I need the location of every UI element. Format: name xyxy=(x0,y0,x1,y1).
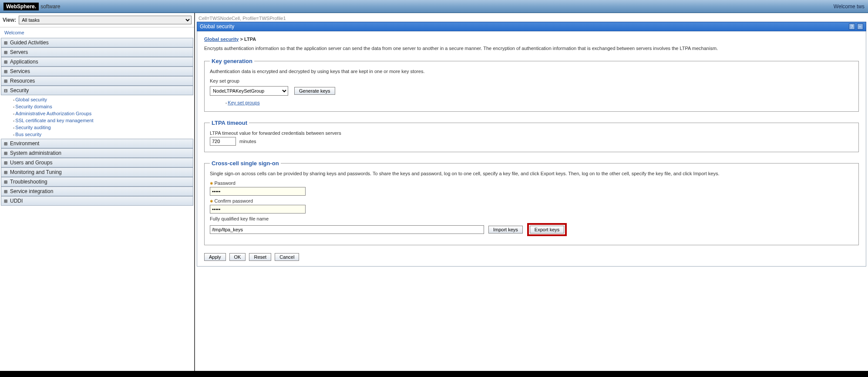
page-description: Encrypts authentication information so t… xyxy=(204,45,859,52)
expand-icon: ⊞ xyxy=(4,50,8,55)
nav-section-troubleshooting[interactable]: ⊞Troubleshooting xyxy=(1,177,193,187)
nav-section-label: Monitoring and Tuning xyxy=(10,169,62,175)
navigation-panel: View: All tasks Welcome ⊞Guided Activiti… xyxy=(0,13,195,371)
timeout-label: LTPA timeout value for forwarded credent… xyxy=(210,130,853,136)
nav-section-security[interactable]: ⊟Security xyxy=(1,86,193,95)
password-label: Password xyxy=(210,180,853,186)
import-keys-button[interactable]: Import keys xyxy=(488,226,523,234)
logo-sub: software xyxy=(40,3,60,10)
sso-section: Cross-cell single sign-on Single sign-on… xyxy=(204,160,859,245)
keygen-section: Key generation Authentication data is en… xyxy=(204,58,859,112)
nav-section-monitoring-and-tuning[interactable]: ⊞Monitoring and Tuning xyxy=(1,167,193,177)
bottom-bar xyxy=(0,371,868,377)
nav-section-label: Users and Groups xyxy=(10,160,52,166)
expand-icon: ⊞ xyxy=(4,141,8,146)
breadcrumb: Global security > LTPA xyxy=(204,37,859,42)
keygen-text: Authentication data is encrypted and dec… xyxy=(210,69,853,74)
sso-legend: Cross-cell single sign-on xyxy=(210,160,281,167)
nav-section-label: Services xyxy=(10,68,30,74)
minimize-icon[interactable]: − xyxy=(857,23,863,30)
nav-section-users-and-groups[interactable]: ⊞Users and Groups xyxy=(1,158,193,167)
nav-welcome-link[interactable]: Welcome xyxy=(0,27,194,38)
nav-section-label: Servers xyxy=(10,49,28,55)
expand-icon: ⊞ xyxy=(4,180,8,184)
expand-icon: ⊞ xyxy=(4,79,8,83)
nav-section-label: Service integration xyxy=(10,188,53,194)
nav-subitem-security-auditing[interactable]: Security auditing xyxy=(13,124,193,131)
nav-section-servers[interactable]: ⊞Servers xyxy=(1,47,193,57)
page-title: Global security xyxy=(200,23,234,30)
top-banner: WebSphere. software Welcome tws xyxy=(0,0,868,13)
nav-section-label: System administration xyxy=(10,150,61,156)
nav-section-guided-activities[interactable]: ⊞Guided Activities xyxy=(1,38,193,47)
help-icon[interactable]: ? xyxy=(849,23,855,30)
timeout-legend: LTPA timeout xyxy=(210,120,249,126)
nav-section-environment[interactable]: ⊞Environment xyxy=(1,139,193,148)
content-panel: Cell=TWSNodeCell, Profile=TWSProfile1 Gl… xyxy=(195,13,868,371)
expand-icon: ⊞ xyxy=(4,160,8,165)
export-keys-button[interactable]: Export keys xyxy=(530,226,564,234)
nav-section-label: Guided Activities xyxy=(10,40,49,46)
logo-main: WebSphere. xyxy=(3,3,39,10)
nav-section-uddi[interactable]: ⊞UDDI xyxy=(1,196,193,206)
confirm-password-label: Confirm password xyxy=(210,198,853,204)
breadcrumb-link[interactable]: Global security xyxy=(204,37,239,42)
page-title-bar: Global security ? − xyxy=(197,22,866,31)
logo: WebSphere. software xyxy=(3,3,61,10)
generate-keys-button[interactable]: Generate keys xyxy=(294,87,335,95)
apply-button[interactable]: Apply xyxy=(204,253,226,261)
footer-buttons: Apply OK Reset Cancel xyxy=(204,253,859,261)
nav-section-label: UDDI xyxy=(10,198,23,204)
expand-icon: ⊞ xyxy=(4,40,8,45)
timeout-unit: minutes xyxy=(239,139,256,144)
nav-subitem-ssl-certificate-and-key-management[interactable]: SSL certificate and key management xyxy=(13,117,193,124)
nav-section-label: Applications xyxy=(10,59,38,65)
sso-text: Single sign-on across cells can be provi… xyxy=(210,171,853,176)
nav-section-resources[interactable]: ⊞Resources xyxy=(1,76,193,86)
password-input[interactable] xyxy=(210,187,306,196)
view-select[interactable]: All tasks xyxy=(19,16,192,24)
nav-section-label: Security xyxy=(10,87,29,93)
expand-icon: ⊞ xyxy=(4,170,8,175)
welcome-user: Welcome tws xyxy=(834,3,865,10)
nav-section-label: Troubleshooting xyxy=(10,179,47,185)
nav-section-applications[interactable]: ⊞Applications xyxy=(1,57,193,67)
ok-button[interactable]: OK xyxy=(229,253,246,261)
key-set-groups-link[interactable]: Key set groups xyxy=(228,100,259,105)
view-label: View: xyxy=(3,17,16,23)
timeout-input[interactable] xyxy=(210,137,236,146)
expand-icon: ⊞ xyxy=(4,189,8,194)
cell-info: Cell=TWSNodeCell, Profile=TWSProfile1 xyxy=(197,15,866,22)
collapse-icon: ⊟ xyxy=(4,88,8,93)
nav-section-system-administration[interactable]: ⊞System administration xyxy=(1,148,193,158)
nav-subitem-administrative-authorization-groups[interactable]: Administrative Authorization Groups xyxy=(13,110,193,117)
ksg-label: Key set group xyxy=(210,78,853,83)
expand-icon: ⊞ xyxy=(4,69,8,74)
timeout-section: LTPA timeout LTPA timeout value for forw… xyxy=(204,120,859,152)
nav-subitem-global-security[interactable]: Global security xyxy=(13,96,193,103)
nav-section-service-integration[interactable]: ⊞Service integration xyxy=(1,187,193,196)
nav-section-services[interactable]: ⊞Services xyxy=(1,67,193,76)
expand-icon: ⊞ xyxy=(4,151,8,156)
nav-subitem-security-domains[interactable]: Security domains xyxy=(13,103,193,110)
nav-section-label: Resources xyxy=(10,78,35,84)
expand-icon: ⊞ xyxy=(4,199,8,204)
keyfile-input[interactable] xyxy=(210,225,484,234)
keygen-legend: Key generation xyxy=(210,58,254,64)
export-highlight: Export keys xyxy=(527,223,567,236)
keyfile-label: Fully qualified key file name xyxy=(210,216,853,221)
confirm-password-input[interactable] xyxy=(210,205,306,214)
cancel-button[interactable]: Cancel xyxy=(275,253,299,261)
expand-icon: ⊞ xyxy=(4,60,8,64)
nav-section-label: Environment xyxy=(10,140,39,147)
breadcrumb-current: LTPA xyxy=(244,37,256,42)
ksg-select[interactable]: NodeLTPAKeySetGroup xyxy=(210,86,288,96)
reset-button[interactable]: Reset xyxy=(249,253,271,261)
nav-subitem-bus-security[interactable]: Bus security xyxy=(13,131,193,138)
